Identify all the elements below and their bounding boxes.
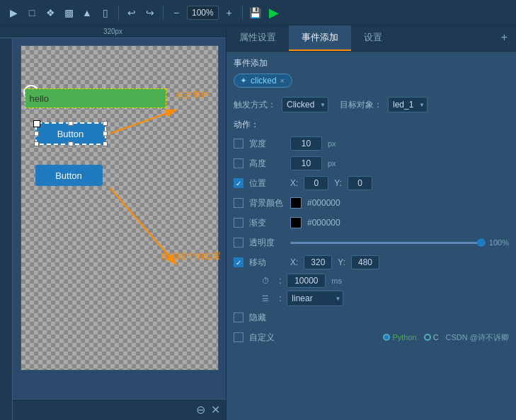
csdn-credit: CSDN @诗不诉卿: [446, 332, 509, 343]
handle-bl[interactable]: [34, 141, 39, 146]
export-icon[interactable]: 💾: [248, 5, 263, 21]
action-position-checkbox[interactable]: [234, 178, 243, 188]
action-gradient-color-text: #000000: [307, 218, 340, 228]
position-x-input[interactable]: [304, 176, 328, 190]
handle-tm[interactable]: [68, 121, 73, 126]
undo-icon[interactable]: ↩: [124, 5, 139, 21]
target-label: 目标对象：: [340, 99, 382, 111]
action-gradient-label: 渐变: [249, 217, 285, 229]
play-icon[interactable]: ▶: [266, 5, 282, 21]
action-custom-row: 自定义 Python C CSDN @诗不诉卿: [227, 327, 516, 347]
trigger-select[interactable]: Clicked: [282, 97, 328, 112]
easing-colon: :: [279, 293, 281, 303]
canvas-minus-icon[interactable]: ⊖: [196, 403, 205, 416]
event-tag-clicked[interactable]: ✦ clicked ×: [234, 74, 292, 88]
action-move-label: 移动: [249, 257, 285, 269]
zoom-out-icon[interactable]: −: [168, 5, 184, 21]
action-width-label: 宽度: [249, 138, 285, 150]
action-bg-color-checkbox[interactable]: [234, 198, 243, 208]
target-select-wrapper[interactable]: led_1: [388, 97, 428, 112]
tab-properties[interactable]: 属性设置: [227, 25, 289, 51]
action-bg-color-label: 背景颜色: [249, 197, 285, 209]
add-event-button[interactable]: +: [493, 25, 516, 51]
action-width-input[interactable]: [290, 136, 322, 151]
canvas-container: hello Button Button: [13, 38, 226, 399]
trigger-select-wrapper[interactable]: Clicked: [282, 97, 328, 112]
tab-events[interactable]: 事件添加: [289, 25, 351, 51]
action-width-unit: px: [328, 139, 336, 148]
action-bg-color-row: 背景颜色 #000000: [227, 193, 516, 213]
position-y-input[interactable]: [348, 176, 372, 190]
handle-mr[interactable]: [103, 132, 108, 136]
ruler-top: 320px: [0, 25, 226, 38]
opacity-slider[interactable]: [290, 242, 486, 244]
action-opacity-row: 透明度 100%: [227, 233, 516, 252]
cursor-tool-icon[interactable]: ▶: [6, 5, 21, 21]
action-bg-color-swatch[interactable]: [290, 197, 302, 209]
canvas-close-icon[interactable]: ✕: [211, 403, 220, 416]
handle-br[interactable]: [103, 141, 108, 146]
action-gradient-row: 渐变 #000000: [227, 213, 516, 233]
event-tag-close-icon[interactable]: ×: [280, 77, 285, 85]
c-radio[interactable]: C: [424, 333, 439, 342]
action-height-input[interactable]: [290, 156, 322, 170]
action-move-checkbox[interactable]: [234, 257, 243, 267]
right-panel: 属性设置 事件添加 设置 + 事件添加 ✦ clicked × 触发方式：: [227, 25, 516, 420]
x-label: X:: [290, 178, 298, 188]
move-xy-container: X: Y:: [290, 255, 379, 269]
y-label: Y:: [334, 178, 342, 188]
move-easing-row: ☰ : linear: [227, 289, 516, 308]
toolbar: ▶ □ ❖ ▩ ▲ ▯ ↩ ↪ − 100% + 💾 ▶: [0, 0, 516, 25]
c-radio-dot: [424, 334, 431, 341]
action-title: 动作：: [227, 116, 516, 134]
handle-tr[interactable]: [103, 121, 108, 126]
action-custom-checkbox[interactable]: [234, 332, 243, 342]
action-height-label: 高度: [249, 158, 285, 170]
action-height-checkbox[interactable]: [234, 158, 243, 168]
handle-bm[interactable]: [68, 141, 73, 146]
python-radio[interactable]: Python: [383, 333, 416, 342]
action-position-label: 位置: [249, 177, 285, 189]
hello-text-content: hello: [30, 93, 49, 104]
zoom-in-icon[interactable]: +: [222, 5, 237, 21]
python-label: Python: [392, 333, 416, 342]
button2-element[interactable]: Button: [35, 165, 103, 186]
handle-ml[interactable]: [34, 132, 39, 136]
canvas-bottom-bar: ⊖ ✕: [13, 399, 226, 420]
event-section: 事件添加 ✦ clicked ×: [227, 52, 516, 93]
move-duration-input[interactable]: [287, 274, 326, 288]
action-hide-checkbox[interactable]: [234, 313, 243, 322]
action-width-row: 宽度 px: [227, 134, 516, 153]
action-gradient-checkbox[interactable]: [234, 218, 243, 228]
button-selected-element[interactable]: Button: [35, 122, 106, 145]
action-hide-label: 隐藏: [249, 312, 285, 324]
target-select[interactable]: led_1: [388, 97, 428, 112]
action-gradient-swatch[interactable]: [290, 217, 302, 228]
ruler-left: [0, 38, 13, 420]
easing-select-wrapper[interactable]: linear: [287, 291, 343, 306]
canvas-area: 320px hello Button: [0, 25, 227, 420]
action-opacity-checkbox[interactable]: [234, 238, 243, 247]
opacity-value: 100%: [489, 238, 509, 247]
panel-tabs: 属性设置 事件添加 设置 +: [227, 25, 516, 52]
group-tool-icon[interactable]: ▯: [98, 5, 113, 21]
move-x-input[interactable]: [304, 255, 332, 269]
component-tool-icon[interactable]: ❖: [42, 5, 58, 21]
action-width-checkbox[interactable]: [234, 139, 243, 148]
toolbar-separator-3: [242, 6, 243, 20]
action-bg-color-text: #000000: [307, 198, 340, 208]
easing-select[interactable]: linear: [287, 291, 343, 306]
redo-icon[interactable]: ↪: [142, 5, 158, 21]
hello-text-element[interactable]: hello: [25, 88, 166, 108]
move-y-input[interactable]: [351, 255, 379, 269]
action-height-unit: px: [328, 159, 336, 168]
layer-tool-icon[interactable]: ▲: [79, 5, 95, 21]
chart-tool-icon[interactable]: ▩: [61, 5, 76, 21]
canvas-board[interactable]: hello Button Button: [21, 45, 219, 371]
main-area: 320px hello Button: [0, 25, 516, 420]
action-opacity-label: 透明度: [249, 237, 285, 249]
tab-settings[interactable]: 设置: [351, 25, 395, 51]
c-label: C: [433, 333, 439, 342]
frame-tool-icon[interactable]: □: [24, 5, 40, 21]
handle-tl[interactable]: [34, 121, 39, 126]
